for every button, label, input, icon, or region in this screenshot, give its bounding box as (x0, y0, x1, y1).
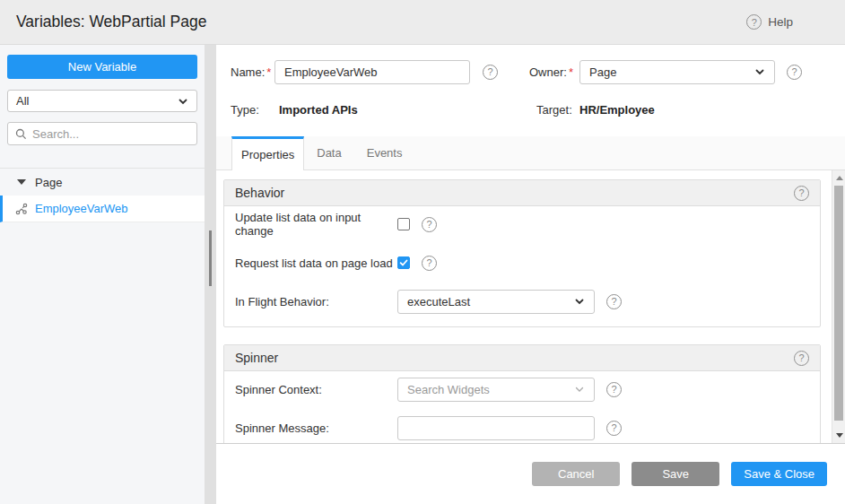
properties-scroll-area: Behavior ? Update list data on input cha… (216, 170, 845, 444)
target-label: Target: (536, 103, 579, 117)
property-help-icon[interactable]: ? (422, 217, 437, 232)
update-list-data-checkbox[interactable] (397, 218, 410, 230)
variable-editor: Name:* ? Owner:* Page ? Type: (216, 45, 845, 504)
property-label: Update list data on input change (235, 211, 397, 238)
property-help-icon[interactable]: ? (606, 294, 622, 309)
main-layout: New Variable All Page (0, 45, 845, 504)
owner-selected-value: Page (589, 65, 616, 79)
tab-events[interactable]: Events (354, 136, 415, 169)
cancel-button[interactable]: Cancel (532, 462, 620, 486)
topbar: Variables: WebPartial Page ? Help (0, 0, 845, 45)
spinner-message-field[interactable] (397, 416, 595, 440)
property-row-spinner-message: Spinner Message: ? (235, 415, 809, 440)
help-icon: ? (746, 14, 762, 30)
variables-sidebar: New Variable All Page (0, 45, 205, 504)
property-row-request-list-data: Request list data on page load ? (235, 250, 809, 275)
in-flight-behavior-select[interactable]: executeLast (397, 290, 595, 314)
spinner-context-select[interactable]: Search Widgets (397, 378, 595, 402)
sidebar-splitter[interactable] (205, 45, 216, 504)
variables-tree: Page EmployeeVarWeb (0, 168, 205, 222)
search-icon (15, 128, 27, 140)
tab-data[interactable]: Data (304, 136, 353, 169)
name-field[interactable] (274, 60, 470, 84)
section-help-icon[interactable]: ? (794, 351, 809, 366)
tab-properties[interactable]: Properties (231, 136, 304, 170)
scroll-up-arrow[interactable] (832, 171, 845, 185)
variable-icon (15, 203, 28, 215)
tree-group-label: Page (35, 176, 62, 189)
tree-expanded-icon (17, 179, 26, 185)
save-button[interactable]: Save (632, 462, 719, 486)
scrollbar-thumb[interactable] (834, 186, 843, 421)
section-behavior: Behavior ? Update list data on input cha… (223, 179, 821, 327)
type-label: Type: (231, 103, 279, 117)
property-help-icon[interactable]: ? (606, 421, 622, 436)
owner-select[interactable]: Page (579, 60, 775, 84)
new-variable-button[interactable]: New Variable (7, 55, 197, 79)
search-input[interactable] (32, 127, 189, 141)
property-help-icon[interactable]: ? (606, 382, 622, 397)
spinner-context-placeholder: Search Widgets (407, 383, 490, 396)
chevron-down-icon (178, 96, 188, 107)
section-title: Spinner (235, 351, 278, 365)
section-behavior-header: Behavior ? (224, 180, 820, 206)
chevron-down-icon (574, 384, 585, 395)
property-label: Spinner Context: (235, 383, 397, 396)
section-spinner: Spinner ? Spinner Context: Search Widget… (223, 344, 821, 444)
owner-help-icon[interactable]: ? (787, 65, 802, 80)
chevron-down-icon (754, 66, 765, 77)
name-help-icon[interactable]: ? (483, 65, 498, 80)
variable-search[interactable] (7, 122, 197, 145)
tree-item-label: EmployeeVarWeb (35, 202, 128, 215)
owner-label: Owner:* (529, 65, 579, 79)
section-help-icon[interactable]: ? (794, 186, 809, 201)
request-list-data-checkbox[interactable] (397, 256, 410, 269)
in-flight-selected-value: executeLast (407, 295, 470, 308)
target-value: HR/Employee (579, 103, 655, 117)
filter-selected-value: All (16, 94, 29, 108)
section-title: Behavior (235, 186, 284, 200)
scroll-down-arrow[interactable] (832, 429, 845, 442)
property-label: In Flight Behavior: (235, 295, 397, 308)
property-row-update-list-data: Update list data on input change ? (235, 212, 809, 237)
required-mark: * (569, 65, 573, 79)
property-row-spinner-context: Spinner Context: Search Widgets ? (235, 377, 809, 402)
page-title: Variables: WebPartial Page (16, 13, 206, 31)
editor-tabbar: Properties Data Events (216, 136, 845, 170)
name-label: Name:* (231, 65, 274, 79)
vertical-scrollbar[interactable] (832, 170, 845, 443)
type-value: Imported APIs (279, 103, 358, 117)
variable-filter-select[interactable]: All (7, 90, 197, 112)
property-help-icon[interactable]: ? (422, 256, 437, 271)
tree-group-page[interactable]: Page (0, 169, 205, 196)
required-mark: * (266, 65, 271, 79)
editor-footer: Cancel Save Save & Close (216, 444, 845, 504)
property-label: Request list data on page load (235, 256, 397, 270)
property-row-in-flight-behavior: In Flight Behavior: executeLast ? (235, 289, 809, 314)
tree-item-employeevarweb[interactable]: EmployeeVarWeb (0, 196, 205, 222)
variable-form-header: Name:* ? Owner:* Page ? Type: (216, 45, 845, 117)
splitter-drag-handle[interactable] (209, 230, 212, 286)
property-label: Spinner Message: (235, 421, 397, 435)
help-label: Help (768, 15, 793, 29)
chevron-down-icon (574, 296, 585, 307)
help-button[interactable]: ? Help (746, 14, 793, 30)
section-spinner-header: Spinner ? (224, 345, 820, 371)
save-and-close-button[interactable]: Save & Close (731, 462, 827, 486)
